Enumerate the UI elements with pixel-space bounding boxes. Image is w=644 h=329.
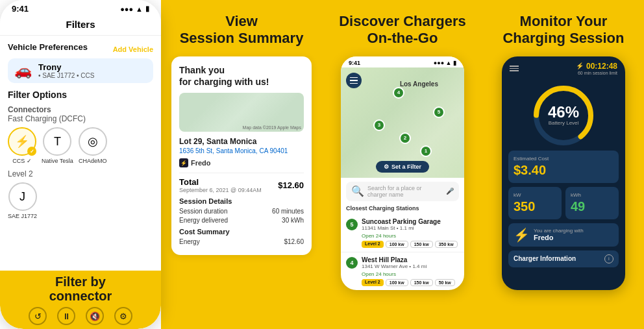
fredo-charging-name: Fredo [534, 234, 584, 241]
total-amount: $12.60 [278, 180, 304, 190]
add-vehicle-link[interactable]: Add Vehicle [113, 45, 153, 53]
kw-card: kW 350 [508, 187, 562, 219]
kw-value: 350 [514, 199, 556, 214]
station-2-info: West Hill Plaza 1341 W Warner Ave • 1.4 … [362, 256, 459, 286]
hamburger-line-1 [350, 77, 358, 79]
vehicle-section-title: Vehicle Preferences [8, 42, 88, 52]
fredo-charging-card: ⚡ You are charging with Fredo [508, 223, 619, 247]
connector-tesla[interactable]: T Native Tesla [42, 127, 73, 164]
map-menu-btn[interactable] [346, 73, 362, 88]
filters-body: Vehicle Preferences Add Vehicle 🚗 Trony … [0, 36, 161, 260]
station-2-tags: Level 2 100 kw 150 kw 50 kw [362, 279, 459, 286]
station-1-name: Suncoast Parking Garage [362, 218, 459, 225]
total-date: September 6, 2021 @ 09:44AM [179, 187, 262, 193]
station-2-name: West Hill Plaza [362, 256, 459, 263]
monitor-phone: ⚡ 00:12:48 60 min session limit 46% Batt… [502, 56, 625, 290]
station-2-address: 1341 W Warner Ave • 1.4 mi [362, 263, 459, 269]
station-1-tags: Level 2 100 kw 150 kw 350 kw [362, 241, 459, 248]
station-1-address: 11341 Main St • 1.1 mi [362, 225, 459, 231]
set-filter-btn[interactable]: ⚙ Set a Filter [376, 161, 429, 173]
charger-info-row[interactable]: Charger Information i [508, 250, 619, 267]
hamburger-line-3 [350, 83, 358, 84]
filter-bottom-bar: Filter by connector ↺ ⏸ 🔇 ⚙ [0, 271, 161, 329]
energy-value: 30 kWh [282, 217, 304, 224]
station-2-number: 4 [346, 257, 358, 269]
discover-status-bar: 9:41 ●●● ▲ ▮ [341, 56, 464, 67]
map-marker-3[interactable]: 3 [373, 119, 385, 131]
mute-icon[interactable]: 🔇 [86, 307, 104, 325]
connectors-subtitle: Fast Charging (DCFC) [8, 114, 86, 123]
connector-chademo[interactable]: ◎ CHAdeMO [79, 127, 107, 164]
connector-chademo-circle[interactable]: ◎ [79, 127, 107, 156]
closest-label: Closest Charging Stations [341, 205, 464, 214]
kwh-value: 49 [571, 199, 613, 214]
battery-label: Battery Level [548, 120, 579, 126]
bottom-icons-row: ↺ ⏸ 🔇 ⚙ [29, 307, 132, 325]
connector-j1772[interactable]: J SAE J1772 [8, 182, 37, 219]
battery-circle-container: 46% Battery Level [502, 78, 625, 151]
connector-ccs[interactable]: ⚡ ✓ CCS ✓ [8, 127, 36, 164]
connectors-label: Connectors Fast Charging (DCFC) [8, 105, 153, 123]
station-card-1[interactable]: 5 Suncoast Parking Garage 11341 Main St … [341, 214, 464, 252]
estimated-cost-card: Estimated Cost $3.40 [508, 151, 619, 183]
session-details-title: Session Details [179, 197, 304, 205]
total-row: Total September 6, 2021 @ 09:44AM $12.60 [179, 173, 304, 193]
timer-col: ⚡ 00:12:48 60 min session limit [576, 62, 617, 75]
connector-chademo-label: CHAdeMO [79, 158, 107, 164]
filter-options-title: Filter Options [8, 90, 153, 100]
bolt-icon: ⚡ [576, 62, 584, 69]
discover-status-icons: ●●● ▲ ▮ [434, 60, 456, 66]
battery-text: 46% Battery Level [548, 104, 579, 126]
monitor-menu-icon[interactable] [510, 66, 519, 71]
map-marker-5[interactable]: 1 [420, 145, 432, 157]
connector-grid-dcfc: ⚡ ✓ CCS ✓ T Native Tesla ◎ CHAdeMO [8, 127, 153, 164]
station-card-2[interactable]: 4 West Hill Plaza 1341 W Warner Ave • 1.… [341, 252, 464, 290]
energy-label: Energy delivered [179, 217, 228, 224]
history-icon[interactable]: ↺ [29, 307, 47, 325]
fredo-row: ⚡ Fredo [179, 158, 304, 167]
station-2-tag2: 100 kw [386, 279, 408, 286]
total-label-col: Total September 6, 2021 @ 09:44AM [179, 177, 262, 193]
info-icon[interactable]: i [604, 254, 613, 263]
settings-icon[interactable]: ⚙ [114, 307, 132, 325]
vehicle-row: 🚗 Trony • SAE J1772 • CCS [8, 58, 153, 83]
connector-ccs-circle[interactable]: ⚡ ✓ [8, 127, 36, 156]
fredo-label: Fredo [191, 159, 211, 167]
map-marker-4[interactable]: 2 [399, 132, 411, 144]
monitor-heading: Monitor Your Charging Session [495, 13, 632, 47]
kw-kwh-row: kW 350 kWh 49 [502, 187, 625, 223]
search-bar[interactable]: 🔍 Search for a place or charger name 🎤 [346, 182, 459, 201]
duration-row: Session duration 60 minutes [179, 208, 304, 215]
search-input[interactable]: Search for a place or charger name [367, 185, 443, 198]
timer-label: 60 min session limit [578, 71, 617, 75]
station-2-hours: Open 24 hours [362, 271, 459, 277]
panel-monitor: Monitor Your Charging Session ⚡ 00:12:48… [483, 0, 644, 329]
timer-row: ⚡ 00:12:48 [576, 62, 617, 71]
connector-j1772-circle[interactable]: J [8, 182, 37, 211]
station-1-number: 5 [346, 219, 358, 230]
duration-value: 60 minutes [272, 208, 304, 215]
search-icon: 🔍 [351, 185, 364, 197]
pause-icon[interactable]: ⏸ [57, 307, 75, 325]
connectors-title: Connectors [8, 105, 51, 114]
station-1-tag3: 150 kw [410, 241, 433, 248]
status-icons: ●●● ▲ ▮ [120, 5, 149, 13]
discover-map: Los Angeles 4 5 3 2 1 ⚙ Set a Filter [341, 67, 464, 178]
thank-you-text: Thank youfor charging with us! [179, 64, 304, 88]
battery-percent: 46% [548, 104, 579, 120]
total-label: Total [179, 177, 262, 187]
mic-icon[interactable]: 🎤 [446, 188, 454, 195]
energy-cost-value: $12.60 [284, 238, 304, 245]
station-1-info: Suncoast Parking Garage 11341 Main St • … [362, 218, 459, 248]
filter-connector-text: Filter by connector [49, 274, 112, 303]
heading-line2: Session Summary [180, 30, 304, 46]
station-2-tag4: 50 kw [435, 279, 455, 286]
map-marker-1[interactable]: 4 [393, 87, 404, 99]
station-2-tag1: Level 2 [362, 279, 384, 286]
connector-ccs-label: CCS ✓ [12, 158, 32, 164]
map-marker-2[interactable]: 5 [433, 106, 445, 118]
kw-label: kW [514, 192, 556, 198]
connector-grid-l2: J SAE J1772 [8, 182, 153, 219]
vehicle-section-header: Vehicle Preferences Add Vehicle [8, 42, 153, 56]
connector-tesla-circle[interactable]: T [43, 127, 71, 156]
